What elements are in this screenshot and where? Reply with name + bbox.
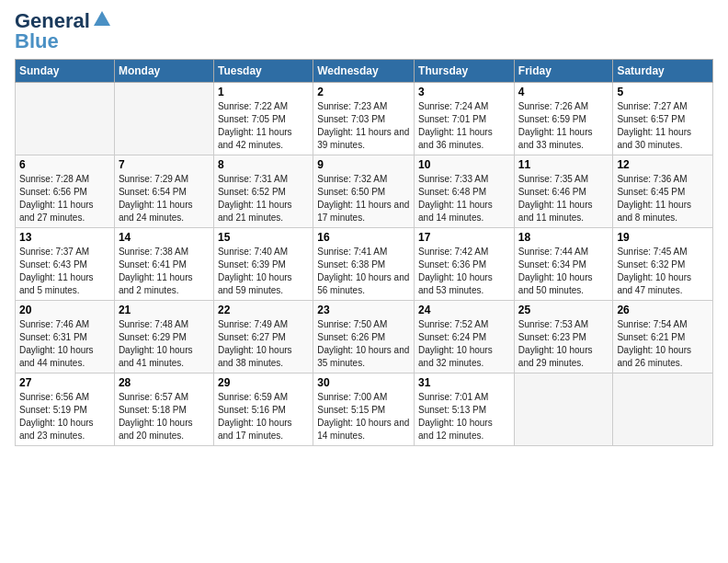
calendar-cell [613, 373, 713, 446]
weekday-header: Wednesday [313, 60, 415, 83]
day-info: Sunrise: 6:57 AMSunset: 5:18 PMDaylight:… [119, 391, 210, 442]
calendar-cell: 18Sunrise: 7:44 AMSunset: 6:34 PMDayligh… [514, 228, 613, 301]
calendar-cell: 6Sunrise: 7:28 AMSunset: 6:56 PMDaylight… [16, 155, 115, 228]
day-info: Sunrise: 6:59 AMSunset: 5:16 PMDaylight:… [218, 391, 309, 442]
day-number: 7 [119, 158, 210, 171]
weekday-header: Sunday [16, 60, 115, 83]
weekday-header-row: SundayMondayTuesdayWednesdayThursdayFrid… [16, 60, 713, 83]
calendar-week-row: 6Sunrise: 7:28 AMSunset: 6:56 PMDaylight… [16, 155, 713, 228]
calendar-week-row: 1Sunrise: 7:22 AMSunset: 7:05 PMDaylight… [16, 83, 713, 155]
day-info: Sunrise: 7:54 AMSunset: 6:21 PMDaylight:… [617, 318, 709, 370]
calendar-cell: 4Sunrise: 7:26 AMSunset: 6:59 PMDaylight… [514, 83, 613, 155]
calendar-cell: 26Sunrise: 7:54 AMSunset: 6:21 PMDayligh… [613, 301, 713, 373]
day-info: Sunrise: 7:40 AMSunset: 6:39 PMDaylight:… [218, 246, 309, 297]
day-number: 13 [19, 231, 110, 244]
calendar-cell: 27Sunrise: 6:56 AMSunset: 5:19 PMDayligh… [16, 373, 115, 446]
day-info: Sunrise: 7:26 AMSunset: 6:59 PMDaylight:… [518, 100, 609, 152]
weekday-header: Thursday [415, 60, 515, 83]
day-number: 15 [218, 231, 309, 244]
day-info: Sunrise: 7:31 AMSunset: 6:52 PMDaylight:… [218, 173, 309, 224]
page: General Blue SundayMondayTuesdayWednesda… [0, 0, 728, 455]
day-info: Sunrise: 7:49 AMSunset: 6:27 PMDaylight:… [218, 318, 309, 370]
calendar-cell: 7Sunrise: 7:29 AMSunset: 6:54 PMDaylight… [114, 155, 213, 228]
day-info: Sunrise: 7:42 AMSunset: 6:36 PMDaylight:… [418, 246, 510, 297]
calendar-cell: 31Sunrise: 7:01 AMSunset: 5:13 PMDayligh… [415, 373, 515, 446]
calendar-cell: 25Sunrise: 7:53 AMSunset: 6:23 PMDayligh… [514, 301, 613, 373]
day-number: 1 [218, 86, 309, 98]
day-info: Sunrise: 7:46 AMSunset: 6:31 PMDaylight:… [19, 318, 110, 370]
day-number: 20 [19, 304, 110, 316]
calendar-cell: 20Sunrise: 7:46 AMSunset: 6:31 PMDayligh… [16, 301, 115, 373]
calendar-cell: 1Sunrise: 7:22 AMSunset: 7:05 PMDaylight… [213, 83, 313, 155]
day-number: 3 [418, 86, 510, 98]
calendar-cell [514, 373, 613, 446]
calendar-cell [114, 83, 213, 155]
day-info: Sunrise: 7:41 AMSunset: 6:38 PMDaylight:… [317, 246, 410, 297]
calendar-cell: 3Sunrise: 7:24 AMSunset: 7:01 PMDaylight… [415, 83, 515, 155]
day-number: 10 [418, 158, 510, 171]
calendar-cell: 16Sunrise: 7:41 AMSunset: 6:38 PMDayligh… [313, 228, 415, 301]
calendar: SundayMondayTuesdayWednesdayThursdayFrid… [15, 59, 713, 446]
day-info: Sunrise: 7:29 AMSunset: 6:54 PMDaylight:… [119, 173, 210, 224]
calendar-cell: 13Sunrise: 7:37 AMSunset: 6:43 PMDayligh… [16, 228, 115, 301]
day-number: 23 [317, 304, 410, 316]
calendar-cell: 30Sunrise: 7:00 AMSunset: 5:15 PMDayligh… [313, 373, 415, 446]
day-number: 14 [119, 231, 210, 244]
day-info: Sunrise: 7:33 AMSunset: 6:48 PMDaylight:… [418, 173, 510, 224]
day-info: Sunrise: 7:28 AMSunset: 6:56 PMDaylight:… [19, 173, 110, 224]
day-number: 28 [119, 376, 210, 389]
day-info: Sunrise: 7:22 AMSunset: 7:05 PMDaylight:… [218, 100, 309, 152]
svg-marker-0 [94, 11, 110, 26]
calendar-week-row: 27Sunrise: 6:56 AMSunset: 5:19 PMDayligh… [16, 373, 713, 446]
day-number: 16 [317, 231, 410, 244]
calendar-cell: 22Sunrise: 7:49 AMSunset: 6:27 PMDayligh… [213, 301, 313, 373]
weekday-header: Monday [114, 60, 213, 83]
calendar-cell: 19Sunrise: 7:45 AMSunset: 6:32 PMDayligh… [613, 228, 713, 301]
calendar-cell: 10Sunrise: 7:33 AMSunset: 6:48 PMDayligh… [415, 155, 515, 228]
calendar-cell: 17Sunrise: 7:42 AMSunset: 6:36 PMDayligh… [415, 228, 515, 301]
day-number: 22 [218, 304, 309, 316]
calendar-week-row: 13Sunrise: 7:37 AMSunset: 6:43 PMDayligh… [16, 228, 713, 301]
day-number: 6 [19, 158, 110, 171]
weekday-header: Tuesday [213, 60, 313, 83]
calendar-cell: 15Sunrise: 7:40 AMSunset: 6:39 PMDayligh… [213, 228, 313, 301]
day-number: 5 [617, 86, 709, 98]
calendar-cell: 21Sunrise: 7:48 AMSunset: 6:29 PMDayligh… [114, 301, 213, 373]
day-info: Sunrise: 6:56 AMSunset: 5:19 PMDaylight:… [19, 391, 110, 442]
day-info: Sunrise: 7:48 AMSunset: 6:29 PMDaylight:… [119, 318, 210, 370]
day-info: Sunrise: 7:52 AMSunset: 6:24 PMDaylight:… [418, 318, 510, 370]
logo-blue: Blue [15, 29, 59, 53]
day-number: 17 [418, 231, 510, 244]
day-info: Sunrise: 7:32 AMSunset: 6:50 PMDaylight:… [317, 173, 410, 224]
day-info: Sunrise: 7:50 AMSunset: 6:26 PMDaylight:… [317, 318, 410, 370]
day-info: Sunrise: 7:00 AMSunset: 5:15 PMDaylight:… [317, 391, 410, 442]
day-number: 26 [617, 304, 709, 316]
weekday-header: Saturday [613, 60, 713, 83]
calendar-cell: 29Sunrise: 6:59 AMSunset: 5:16 PMDayligh… [213, 373, 313, 446]
day-info: Sunrise: 7:45 AMSunset: 6:32 PMDaylight:… [617, 246, 709, 297]
calendar-cell: 14Sunrise: 7:38 AMSunset: 6:41 PMDayligh… [114, 228, 213, 301]
day-number: 2 [317, 86, 410, 98]
day-info: Sunrise: 7:27 AMSunset: 6:57 PMDaylight:… [617, 100, 709, 152]
calendar-cell: 5Sunrise: 7:27 AMSunset: 6:57 PMDaylight… [613, 83, 713, 155]
day-number: 25 [518, 304, 609, 316]
day-number: 8 [218, 158, 309, 171]
calendar-cell: 2Sunrise: 7:23 AMSunset: 7:03 PMDaylight… [313, 83, 415, 155]
day-number: 29 [218, 376, 309, 389]
day-number: 31 [418, 376, 510, 389]
logo: General Blue [15, 9, 112, 53]
day-number: 9 [317, 158, 410, 171]
calendar-cell: 8Sunrise: 7:31 AMSunset: 6:52 PMDaylight… [213, 155, 313, 228]
day-number: 11 [518, 158, 609, 171]
calendar-week-row: 20Sunrise: 7:46 AMSunset: 6:31 PMDayligh… [16, 301, 713, 373]
day-info: Sunrise: 7:53 AMSunset: 6:23 PMDaylight:… [518, 318, 609, 370]
logo-icon [92, 9, 112, 29]
calendar-cell: 9Sunrise: 7:32 AMSunset: 6:50 PMDaylight… [313, 155, 415, 228]
day-info: Sunrise: 7:35 AMSunset: 6:46 PMDaylight:… [518, 173, 609, 224]
day-info: Sunrise: 7:23 AMSunset: 7:03 PMDaylight:… [317, 100, 410, 152]
day-info: Sunrise: 7:44 AMSunset: 6:34 PMDaylight:… [518, 246, 609, 297]
day-number: 18 [518, 231, 609, 244]
day-info: Sunrise: 7:24 AMSunset: 7:01 PMDaylight:… [418, 100, 510, 152]
header: General Blue [15, 9, 713, 53]
day-info: Sunrise: 7:38 AMSunset: 6:41 PMDaylight:… [119, 246, 210, 297]
